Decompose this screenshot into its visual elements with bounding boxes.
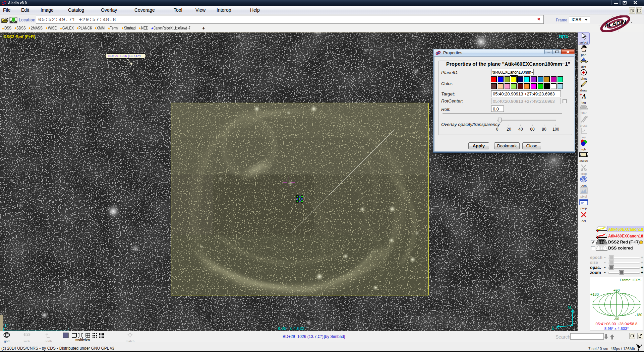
svg-text:80: 80 — [542, 127, 546, 131]
svg-text:20: 20 — [507, 127, 511, 131]
svg-text:-180: -180 — [635, 313, 642, 317]
svg-text:+180: +180 — [590, 292, 599, 296]
svg-text:2074: 2074 — [559, 34, 568, 39]
svg-text:40: 40 — [518, 127, 523, 131]
svg-text:DSS2 Red (F+R): DSS2 Red (F+R) — [3, 34, 36, 39]
svg-text:Frame: ICRS: Frame: ICRS — [620, 278, 641, 282]
svg-text:A: A — [582, 93, 586, 100]
svg-text:100: 100 — [552, 127, 559, 131]
svg-text:05:41:06.00 +28:04:58.8: 05:41:06.00 +28:04:58.8 — [595, 322, 637, 326]
svg-text:0: 0 — [496, 127, 499, 131]
svg-text:BD+29 1026 (13.7,C*): BD+29 1026 (13.7,C*) — [108, 54, 140, 58]
svg-text:+90: +90 — [613, 288, 620, 292]
svg-text:N: N — [568, 305, 571, 310]
svg-text:-90: -90 — [614, 317, 619, 321]
svg-text:8.95° x 4.633°: 8.95° x 4.633° — [604, 327, 629, 331]
svg-text:60: 60 — [530, 127, 535, 131]
svg-text:8.95° x 4.633°: 8.95° x 4.633° — [278, 326, 306, 331]
svg-text:E: E — [551, 326, 554, 331]
svg-text:1°: 1° — [4, 323, 8, 328]
